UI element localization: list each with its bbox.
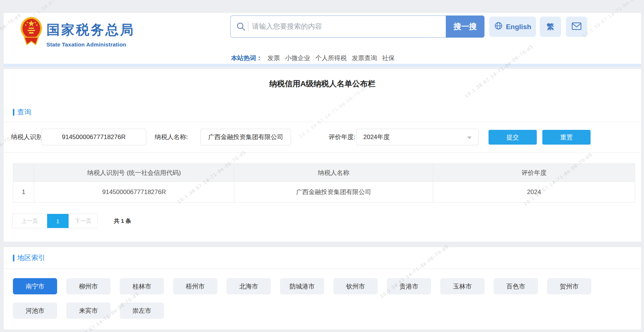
taxpayer-id-cell: 91450000677718276R xyxy=(34,182,234,203)
city-button-chongzuo[interactable]: 崇左市 xyxy=(120,302,164,319)
search-button[interactable]: 搜一搜 xyxy=(446,15,484,38)
year-column-header: 评价年度 xyxy=(433,164,635,182)
row-index-cell: 1 xyxy=(13,182,34,203)
taxpayer-id-input[interactable] xyxy=(41,129,146,145)
evaluation-year-value: 2024年度 xyxy=(363,134,390,141)
evaluation-year-select[interactable]: 2024年度 xyxy=(356,129,479,145)
city-button-baise[interactable]: 百色市 xyxy=(494,278,538,294)
current-page-button[interactable]: 1 xyxy=(47,214,69,228)
city-button-guilin[interactable]: 桂林市 xyxy=(120,278,164,294)
search-box xyxy=(230,15,446,38)
search-input[interactable] xyxy=(230,15,446,38)
city-button-qinzhou[interactable]: 钦州市 xyxy=(333,278,378,294)
site-header: 国家税务总局 State Taxation Administration 搜一搜… xyxy=(4,13,641,64)
taxpayer-name-label: 纳税人名称: xyxy=(155,128,188,146)
taxpayer-name-cell: 广西金融投资集团有限公司 xyxy=(234,182,433,203)
divider xyxy=(4,152,641,153)
globe-icon xyxy=(494,21,503,32)
table-header-row: 纳税人识别号 (统一社会信用代码) 纳税人名称 评价年度 xyxy=(13,164,635,182)
site-search: 搜一搜 xyxy=(230,15,484,38)
hot-words-bar: 本站热词： 发票 小微企业 个人所得税 发票查询 社保 xyxy=(231,54,395,62)
submit-button[interactable]: 提交 xyxy=(489,130,537,145)
next-page-button[interactable]: 下一页 xyxy=(69,214,97,228)
total-count-label: 共 1 条 xyxy=(114,218,131,225)
english-label: English xyxy=(506,23,531,31)
query-form: 纳税人识别号: 纳税人名称: 评价年度: 2024年度 提交 重置 xyxy=(4,128,641,146)
query-results-panel: 纳税信用A级纳税人名单公布栏 查询 纳税人识别号: 纳税人名称: 评价年度: 2… xyxy=(4,69,641,242)
hot-word-link[interactable]: 发票查询 xyxy=(352,54,377,62)
divider xyxy=(4,269,641,269)
city-button-fangchenggang[interactable]: 防城港市 xyxy=(280,278,324,294)
city-button-list: 南宁市 柳州市 桂林市 梧州市 北海市 防城港市 钦州市 贵港市 玉林市 百色市… xyxy=(13,278,621,319)
taxpayer-id-column-header: 纳税人识别号 (统一社会信用代码) xyxy=(34,164,234,182)
region-heading-label: 地区索引 xyxy=(17,253,45,263)
evaluation-year-label: 评价年度: xyxy=(329,128,356,146)
prev-page-button[interactable]: 上一页 xyxy=(13,214,47,228)
divider xyxy=(4,122,641,122)
chevron-down-icon xyxy=(467,136,472,139)
city-button-guigang[interactable]: 贵港市 xyxy=(387,278,431,294)
mail-icon xyxy=(571,22,582,31)
section-bar xyxy=(13,109,14,116)
city-button-nanning[interactable]: 南宁市 xyxy=(13,278,57,294)
english-language-button[interactable]: English xyxy=(489,17,536,37)
mail-button[interactable] xyxy=(566,17,587,37)
index-column-header xyxy=(13,164,34,182)
traditional-chinese-button[interactable]: 繁 xyxy=(540,17,561,37)
text-cursor xyxy=(248,22,248,31)
site-title-zh: 国家税务总局 xyxy=(46,21,135,39)
national-emblem-logo xyxy=(20,16,43,49)
query-section-heading: 查询 xyxy=(13,107,31,117)
taxpayer-name-column-header: 纳税人名称 xyxy=(234,164,433,182)
hot-word-link[interactable]: 小微企业 xyxy=(285,54,310,62)
city-button-liuzhou[interactable]: 柳州市 xyxy=(66,278,111,294)
pagination: 上一页 1 下一页 共 1 条 xyxy=(12,214,131,228)
traditional-label: 繁 xyxy=(547,22,554,32)
city-button-yulin[interactable]: 玉林市 xyxy=(440,278,484,294)
query-heading-label: 查询 xyxy=(17,107,31,117)
table-row: 1 91450000677718276R 广西金融投资集团有限公司 2024 xyxy=(13,182,635,203)
region-section-heading: 地区索引 xyxy=(13,253,45,263)
taxpayer-name-input[interactable] xyxy=(200,129,291,145)
brand-text: 国家税务总局 State Taxation Administration xyxy=(46,21,135,48)
search-icon xyxy=(236,22,246,33)
results-table: 纳税人识别号 (统一社会信用代码) 纳税人名称 评价年度 1 914500006… xyxy=(13,163,635,203)
page-title: 纳税信用A级纳税人名单公布栏 xyxy=(4,79,641,89)
city-button-laibin[interactable]: 来宾市 xyxy=(66,302,111,319)
hot-words-label: 本站热词： xyxy=(231,54,262,62)
city-button-hezhou[interactable]: 贺州市 xyxy=(547,278,591,294)
header-accent-strip xyxy=(4,64,641,67)
region-index-panel: 地区索引 南宁市 柳州市 桂林市 梧州市 北海市 防城港市 钦州市 贵港市 玉林… xyxy=(4,247,641,329)
site-title-en: State Taxation Administration xyxy=(46,41,135,48)
city-button-hechi[interactable]: 河池市 xyxy=(13,302,57,319)
year-cell: 2024 xyxy=(433,182,635,203)
section-bar xyxy=(13,255,14,262)
hot-word-link[interactable]: 发票 xyxy=(267,54,280,62)
hot-word-link[interactable]: 社保 xyxy=(382,54,395,62)
hot-word-link[interactable]: 个人所得税 xyxy=(315,54,347,62)
pagination-group: 上一页 1 下一页 xyxy=(12,214,98,228)
city-button-beihai[interactable]: 北海市 xyxy=(227,278,271,294)
reset-button[interactable]: 重置 xyxy=(542,130,591,145)
city-button-wuzhou[interactable]: 梧州市 xyxy=(173,278,217,294)
